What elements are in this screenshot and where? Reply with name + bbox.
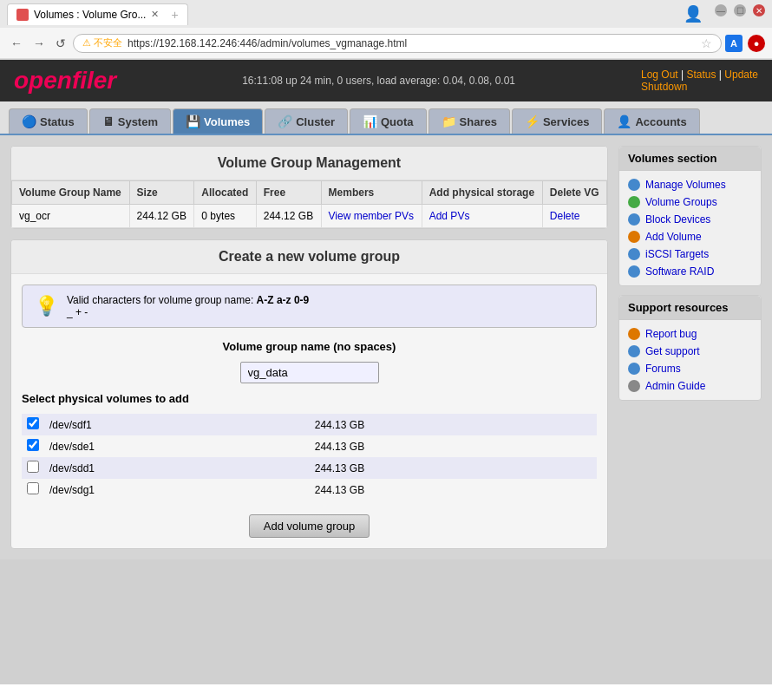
- get-support-link[interactable]: Get support: [645, 345, 700, 357]
- table-row: vg_ocr 244.12 GB 0 bytes 244.12 GB View …: [12, 205, 607, 228]
- header-links: Log Out | Status | Update Shutdown: [641, 69, 758, 93]
- logout-link[interactable]: Log Out: [641, 69, 678, 81]
- bookmark-icon[interactable]: ☆: [701, 36, 712, 50]
- sidebar-item-admin-guide[interactable]: Admin Guide: [619, 377, 761, 395]
- tab-cluster-label: Cluster: [296, 115, 335, 128]
- favicon-icon: [16, 9, 29, 21]
- tab-status-label: Status: [40, 115, 75, 128]
- tab-cluster[interactable]: 🔗 Cluster: [265, 108, 348, 134]
- tab-status[interactable]: 🔵 Status: [9, 108, 88, 134]
- pv-size-sde1: 244.13 GB: [310, 435, 597, 457]
- user-icon[interactable]: 👤: [684, 4, 703, 23]
- update-link[interactable]: Update: [724, 69, 758, 81]
- create-vg-content: 💡 Valid characters for volume group name…: [11, 274, 607, 548]
- volumes-section-panel: Volumes section Manage Volumes Volume Gr…: [618, 146, 762, 286]
- sidebar-item-volume-groups[interactable]: Volume Groups: [619, 193, 761, 211]
- sidebar-item-iscsi-targets[interactable]: iSCSI Targets: [619, 245, 761, 263]
- sidebar-item-manage-volumes[interactable]: Manage Volumes: [619, 176, 761, 193]
- vg-name-cell: vg_ocr: [12, 205, 130, 228]
- pv-row: /dev/sdf1 244.13 GB: [22, 414, 597, 435]
- volume-groups-icon: [628, 196, 640, 208]
- manage-volumes-icon: [628, 179, 640, 191]
- shutdown-link[interactable]: Shutdown: [641, 81, 687, 93]
- main-content: Volume Group Management Volume Group Nam…: [10, 146, 608, 549]
- status-tab-icon: 🔵: [22, 114, 36, 128]
- manage-volumes-link[interactable]: Manage Volumes: [645, 179, 726, 191]
- pv-checkbox-cell[interactable]: [22, 457, 44, 479]
- pv-checkbox-sdf1[interactable]: [27, 417, 39, 429]
- extension-a-icon[interactable]: A: [725, 35, 743, 52]
- volume-groups-link[interactable]: Volume Groups: [645, 196, 717, 208]
- sidebar-item-forums[interactable]: Forums: [619, 360, 761, 377]
- delete-vg-link[interactable]: Delete: [550, 210, 580, 222]
- add-volume-link[interactable]: Add Volume: [645, 231, 702, 243]
- sidebar-item-block-devices[interactable]: Block Devices: [619, 211, 761, 228]
- forums-link[interactable]: Forums: [645, 363, 681, 375]
- tab-close-icon[interactable]: ✕: [151, 9, 159, 20]
- pv-device-sdd1: /dev/sdd1: [44, 457, 310, 479]
- extension-red-icon[interactable]: ●: [748, 35, 765, 52]
- pv-checkbox-cell[interactable]: [22, 414, 44, 435]
- tab-services[interactable]: ⚡ Services: [512, 108, 603, 134]
- pv-checkbox-sde1[interactable]: [27, 439, 39, 451]
- add-pvs-link[interactable]: Add PVs: [429, 210, 470, 222]
- refresh-button[interactable]: ↺: [52, 35, 69, 52]
- status-link[interactable]: Status: [686, 69, 716, 81]
- support-title: Support resources: [619, 296, 761, 320]
- report-bug-link[interactable]: Report bug: [645, 328, 697, 340]
- shares-tab-icon: 📁: [442, 114, 456, 128]
- software-raid-icon: [628, 265, 640, 278]
- add-volume-group-button[interactable]: Add volume group: [249, 514, 370, 538]
- sidebar-item-add-volume[interactable]: Add Volume: [619, 228, 761, 245]
- vg-name-info-box: 💡 Valid characters for volume group name…: [22, 285, 597, 328]
- tab-system[interactable]: 🖥 System: [89, 108, 171, 134]
- logo-text: openfiler: [14, 67, 116, 94]
- tab-shares[interactable]: 📁 Shares: [429, 108, 510, 134]
- tab-volumes[interactable]: 💾 Volumes: [173, 108, 263, 134]
- software-raid-link[interactable]: Software RAID: [645, 265, 714, 278]
- block-devices-link[interactable]: Block Devices: [645, 213, 710, 226]
- maximize-button[interactable]: ☐: [734, 4, 746, 16]
- admin-guide-link[interactable]: Admin Guide: [645, 380, 705, 392]
- accounts-tab-icon: 👤: [617, 114, 631, 128]
- quota-tab-icon: 📊: [363, 114, 377, 128]
- new-tab-icon[interactable]: +: [171, 8, 178, 22]
- pv-device-sdf1: /dev/sdf1: [44, 414, 310, 435]
- col-allocated: Allocated: [194, 181, 256, 205]
- view-members-link[interactable]: View member PVs: [329, 210, 414, 222]
- browser-tab[interactable]: Volumes : Volume Gro... ✕ +: [7, 3, 188, 25]
- pv-size-sdf1: 244.13 GB: [310, 414, 597, 435]
- forward-button[interactable]: →: [29, 35, 49, 52]
- close-button[interactable]: ✕: [753, 4, 765, 16]
- pv-row: /dev/sdg1 244.13 GB: [22, 479, 597, 500]
- lightbulb-icon: 💡: [35, 295, 58, 317]
- volumes-section-list: Manage Volumes Volume Groups Block Devic…: [619, 171, 761, 285]
- col-delete-vg: Delete VG: [542, 181, 606, 205]
- pv-size-sdg1: 244.13 GB: [310, 479, 597, 500]
- back-button[interactable]: ←: [7, 35, 26, 52]
- navigation-bar: ← → ↺ ⚠ 不安全 https://192.168.142.246:446/…: [0, 28, 772, 59]
- system-info: 16:11:08 up 24 min, 0 users, load averag…: [242, 75, 515, 87]
- minimize-button[interactable]: —: [715, 4, 727, 16]
- sidebar-item-software-raid[interactable]: Software RAID: [619, 263, 761, 280]
- sidebar-item-report-bug[interactable]: Report bug: [619, 325, 761, 343]
- tab-quota-label: Quota: [381, 115, 414, 128]
- pv-row: /dev/sde1 244.13 GB: [22, 435, 597, 457]
- report-bug-icon: [628, 328, 640, 340]
- pv-device-sdg1: /dev/sdg1: [44, 479, 310, 500]
- iscsi-targets-link[interactable]: iSCSI Targets: [645, 248, 709, 260]
- pv-checkbox-cell[interactable]: [22, 435, 44, 457]
- tab-accounts[interactable]: 👤 Accounts: [604, 108, 699, 134]
- pv-checkbox-sdg1[interactable]: [27, 482, 39, 494]
- pv-checkbox-cell[interactable]: [22, 479, 44, 500]
- pv-checkbox-sdd1[interactable]: [27, 461, 39, 473]
- vg-delete-cell: Delete: [542, 205, 606, 228]
- support-list: Report bug Get support Forums Admin Guid…: [619, 320, 761, 400]
- sidebar-item-get-support[interactable]: Get support: [619, 343, 761, 360]
- tab-quota[interactable]: 📊 Quota: [350, 108, 427, 134]
- logo: openfiler: [14, 67, 116, 95]
- vg-members-cell: View member PVs: [321, 205, 422, 228]
- vg-name-input[interactable]: [240, 362, 379, 383]
- vg-form: Volume group name (no spaces) Select phy…: [22, 340, 597, 538]
- address-bar[interactable]: ⚠ 不安全 https://192.168.142.246:446/admin/…: [73, 34, 722, 53]
